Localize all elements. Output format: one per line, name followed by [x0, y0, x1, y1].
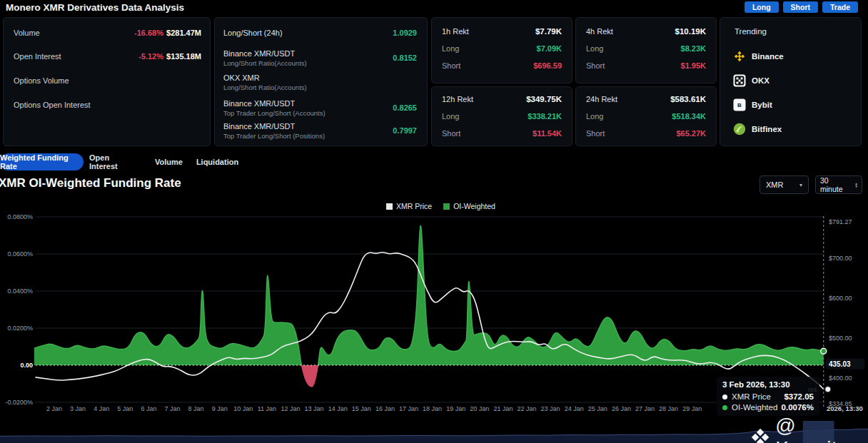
chart-tooltip: 3 Feb 2026, 13:30 XMR Price$372.05OI-Wei… [717, 377, 819, 416]
y-axis-left-label: 0.0400% [7, 287, 33, 295]
rekt-total-value: $349.75K [526, 95, 562, 103]
longshort-sublabel: Top Trader Long/Short (Accounts) [223, 109, 326, 117]
stat-change: -5.12% [138, 52, 163, 61]
chart-navigator[interactable] [0, 421, 868, 443]
x-axis-label: 20 Jan [470, 405, 489, 412]
x-axis-label: 5 Jan [117, 405, 133, 412]
okx-icon [733, 74, 746, 87]
longshort-row: Binance XMR/USDTTop Trader Long/Short (P… [223, 120, 417, 141]
tooltip-series-label: XMR Price [732, 392, 771, 401]
tab-liquidation[interactable]: Liquidation [197, 153, 238, 170]
trending-item-bitfinex[interactable]: Bitfinex [733, 122, 782, 136]
trending-item-bybit[interactable]: BBybit [733, 98, 772, 112]
x-axis-label: 9 Jan [212, 405, 228, 412]
tab-bar: Weighted Funding RateOpen InterestVolume… [0, 153, 500, 170]
x-axis-label: 2 Jan [46, 405, 62, 412]
stat-label: Open Interest [14, 52, 61, 61]
x-axis-label: 13 Jan [305, 405, 324, 412]
rekt-long-value: $8.23K [681, 44, 706, 53]
funding-endpoint-dot [821, 348, 827, 354]
rekt-long-value: $338.21K [528, 112, 562, 121]
stat-label: Volume [14, 29, 40, 37]
legend-label: XMR Price [396, 202, 432, 210]
tab-volume[interactable]: Volume [153, 153, 185, 170]
x-axis-label: 15 Jan [352, 405, 371, 412]
rekt-total-row: 12h Rekt$349.75K [442, 93, 562, 106]
binance-icon [733, 50, 746, 63]
watermark: @ Kuwaity [751, 414, 868, 443]
rekt-short-row: Short$11.54K [442, 127, 562, 140]
trade-button[interactable]: Trade [822, 1, 858, 13]
longshort-labels: Binance XMR/USDTTop Trader Long/Short (P… [223, 122, 325, 140]
rekt-title: 24h Rekt [586, 95, 617, 103]
rekt-title: 4h Rekt [586, 27, 613, 36]
trending-item-label: OKX [752, 76, 769, 85]
stat-row: Options Open Interest [14, 99, 201, 111]
rekt-panel-24h: 24h Rekt$583.61KLong$518.34KShort$65.27K [575, 86, 717, 146]
longshort-labels: OKX XMRLong/Short Ratio(Accounts) [223, 73, 307, 91]
rekt-total-row: 24h Rekt$583.61K [586, 93, 706, 106]
stat-value: $281.47M [166, 29, 201, 37]
tooltip-series-value: 0.0076% [782, 403, 814, 412]
longshort-panel: Long/Short (24h)1.0929Binance XMR/USDTLo… [214, 17, 428, 146]
longshort-label: Binance XMR/USDT [223, 99, 326, 108]
svg-text:B: B [737, 102, 742, 108]
y-axis-left-label: 0.0600% [7, 250, 33, 258]
x-axis-label: 16 Jan [375, 405, 395, 412]
legend-item-oi-weighted[interactable]: OI-Weighted [443, 202, 495, 210]
x-axis-label: 11 Jan [258, 405, 276, 412]
rekt-long-label: Long [442, 44, 459, 53]
legend-swatch [386, 203, 393, 210]
rekt-long-row: Long$338.21K [442, 110, 562, 123]
funding-area-positive [34, 225, 824, 387]
x-axis-label: 19 Jan [446, 405, 465, 412]
trending-item-okx[interactable]: OKX [733, 73, 769, 88]
rekt-title: 12h Rekt [442, 95, 473, 103]
navigator-svg[interactable] [0, 421, 868, 443]
tab-weighted-funding-rate[interactable]: Weighted Funding Rate [0, 153, 84, 170]
tooltip-row: XMR Price$372.05 [722, 392, 814, 401]
legend-item-xmr-price[interactable]: XMR Price [386, 202, 432, 210]
interval-select[interactable]: 30 minute ▴▾ [815, 175, 862, 194]
watermark-text: @ Kuwaity [775, 414, 868, 443]
x-axis-label: 26 Jan [612, 405, 631, 412]
long-button[interactable]: Long [745, 1, 779, 13]
x-axis-label: 23 Jan [541, 405, 560, 412]
legend-label: OI-Weighted [453, 202, 495, 210]
trending-item-binance[interactable]: Binance [733, 49, 784, 63]
rekt-total-value: $10.19K [675, 27, 706, 36]
trending-item-label: Binance [752, 52, 784, 61]
rekt-total-row: 1h Rekt$7.79K [442, 25, 562, 38]
tooltip-series-label: OI-Weighted [732, 403, 777, 412]
y-axis-left-label: 0.00 [20, 362, 33, 369]
tooltip-series-value: $372.05 [784, 392, 814, 401]
rekt-long-row: Long$518.34K [586, 110, 706, 123]
rekt-short-row: Short$65.27K [586, 127, 706, 140]
tab-open-interest[interactable]: Open Interest [89, 153, 138, 170]
symbol-select[interactable]: XMR ▾ [760, 175, 809, 194]
trending-title: Trending [735, 27, 767, 36]
price-endpoint-dot [825, 387, 831, 392]
y-axis-left-label: 0.0800% [7, 213, 33, 220]
x-axis-label: 17 Jan [399, 405, 418, 412]
x-axis-label: 27 Jan [635, 405, 655, 412]
tooltip-row: OI-Weighted0.0076% [722, 403, 814, 412]
rekt-long-label: Long [442, 112, 459, 121]
chart-legend: XMR PriceOI-Weighted [386, 202, 495, 210]
short-button[interactable]: Short [783, 1, 818, 13]
rekt-short-label: Short [442, 129, 460, 138]
longshort-row: Binance XMR/USDTLong/Short Ratio(Account… [223, 47, 417, 68]
x-axis-label: 10 Jan [233, 405, 253, 412]
longshort-value: 0.7997 [393, 126, 417, 135]
longshort-label: OKX XMR [223, 73, 307, 82]
rekt-short-row: Short$696.59 [442, 59, 562, 72]
rekt-long-label: Long [586, 44, 603, 53]
x-axis-label: 29 Jan [682, 405, 702, 412]
app: Monero XMR Derivatives Data Analysis Lon… [0, 0, 868, 443]
crosshair-x-label: 2026, 13:30 [827, 404, 863, 412]
rekt-panel-4h: 4h Rekt$10.19KLong$8.23KShort$1.95K [575, 17, 717, 83]
x-axis-label: 8 Jan [188, 405, 204, 412]
chevron-down-icon: ▾ [799, 182, 802, 188]
x-axis-label: 4 Jan [94, 405, 109, 412]
price-tag-label: 435.03 [829, 360, 851, 368]
